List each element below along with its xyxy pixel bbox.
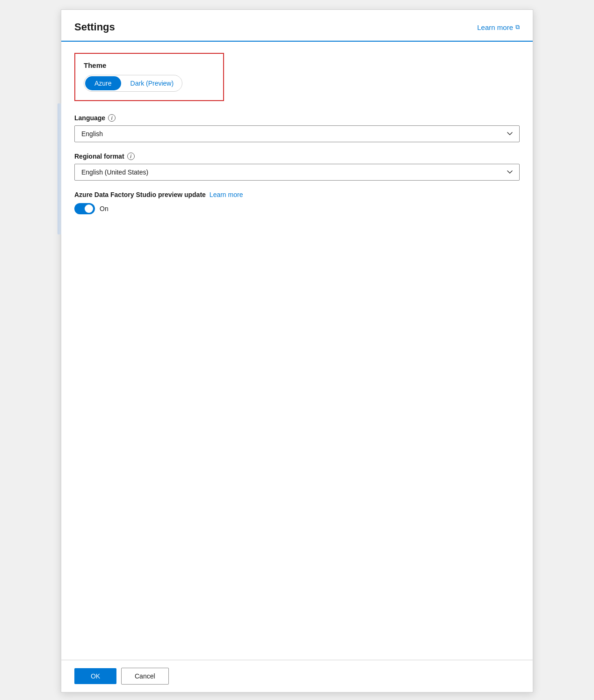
header-learn-more-label: Learn more — [477, 23, 513, 31]
dialog-body: Theme Azure Dark (Preview) Language i En… — [61, 42, 533, 660]
theme-label: Theme — [84, 61, 215, 69]
preview-update-section: Azure Data Factory Studio preview update… — [74, 191, 520, 214]
regional-format-section: Regional format i English (United States… — [74, 153, 520, 181]
language-label-row: Language i — [74, 114, 520, 122]
external-link-icon: ⧉ — [515, 23, 520, 31]
left-edge-decoration — [58, 103, 61, 234]
preview-update-label: Azure Data Factory Studio preview update — [74, 191, 206, 198]
regional-format-label: Regional format — [74, 153, 124, 160]
preview-toggle-row: On — [74, 203, 520, 214]
theme-option-azure[interactable]: Azure — [85, 76, 121, 90]
language-dropdown[interactable]: English French German Japanese Spanish C… — [74, 125, 520, 142]
preview-learn-more-link[interactable]: Learn more — [210, 191, 243, 198]
regional-format-label-row: Regional format i — [74, 153, 520, 160]
language-info-icon[interactable]: i — [108, 114, 116, 122]
cancel-button[interactable]: Cancel — [121, 668, 169, 685]
theme-section: Theme Azure Dark (Preview) — [74, 53, 224, 101]
preview-toggle-label: On — [100, 205, 109, 212]
page-title: Settings — [74, 21, 115, 33]
language-label: Language — [74, 114, 105, 122]
regional-format-dropdown[interactable]: English (United States) English (United … — [74, 164, 520, 181]
ok-button[interactable]: OK — [74, 668, 116, 684]
preview-toggle-switch[interactable] — [74, 203, 95, 214]
dialog-footer: OK Cancel — [61, 660, 533, 692]
theme-option-dark-preview[interactable]: Dark (Preview) — [122, 76, 182, 90]
settings-dialog: Settings Learn more ⧉ Theme Azure Dark (… — [61, 9, 533, 693]
language-section: Language i English French German Japanes… — [74, 114, 520, 142]
regional-format-info-icon[interactable]: i — [127, 153, 135, 160]
theme-toggle-group[interactable]: Azure Dark (Preview) — [84, 75, 182, 92]
toggle-slider — [74, 203, 95, 214]
dialog-header: Settings Learn more ⧉ — [61, 10, 533, 42]
preview-label-row: Azure Data Factory Studio preview update… — [74, 191, 520, 198]
header-learn-more-link[interactable]: Learn more ⧉ — [477, 23, 520, 31]
